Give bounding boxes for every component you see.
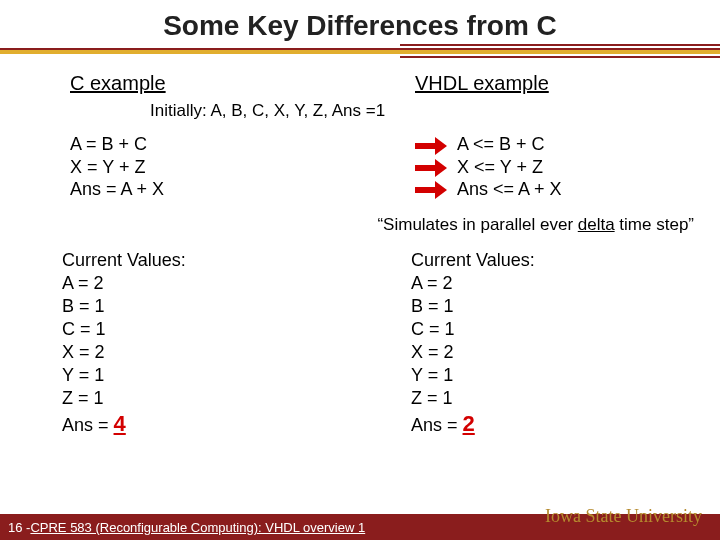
values-row: Current Values: A = 2 B = 1 C = 1 X = 2 … [0, 249, 720, 438]
arrow-icon [415, 135, 449, 157]
title-divider [0, 48, 720, 54]
left-values-lines: A = 2 B = 1 C = 1 X = 2 Y = 1 Z = 1 [62, 272, 371, 410]
left-ans-value: 4 [114, 411, 126, 436]
column-headings: C example VHDL example [0, 72, 720, 99]
right-values-head: Current Values: [411, 249, 720, 272]
footer-university: Iowa State University [545, 506, 702, 527]
c-code-col: A = B + C X = Y + Z Ans = A + X [0, 133, 375, 201]
left-ans-label: Ans = [62, 415, 114, 435]
footer-bar: 16 - CPRE 583 (Reconfigurable Computing)… [0, 514, 720, 540]
arrow-stack [415, 135, 449, 201]
slide-title: Some Key Differences from C [0, 0, 720, 42]
code-row: A = B + C X = Y + Z Ans = A + X A <= B +… [0, 133, 720, 201]
right-values-col: Current Values: A = 2 B = 1 C = 1 X = 2 … [371, 249, 720, 438]
left-values-head: Current Values: [62, 249, 371, 272]
arrow-icon [415, 179, 449, 201]
initial-conditions: Initially: A, B, C, X, Y, Z, Ans =1 [150, 101, 720, 121]
sim-note-prefix: “Simulates in parallel ever [377, 215, 577, 234]
right-col-head: VHDL example [375, 72, 720, 99]
footer-page-number: 16 - [8, 520, 30, 535]
simulation-note: “Simulates in parallel ever delta time s… [0, 215, 720, 235]
right-ans-label: Ans = [411, 415, 463, 435]
sim-note-suffix: time step” [615, 215, 694, 234]
vhdl-example-heading: VHDL example [415, 72, 690, 95]
footer-course: CPRE 583 (Reconfigurable Computing): VHD… [30, 520, 365, 535]
arrow-icon [415, 157, 449, 179]
right-ans-value: 2 [463, 411, 475, 436]
sim-note-delta: delta [578, 215, 615, 234]
c-code-block: A = B + C X = Y + Z Ans = A + X [70, 133, 345, 201]
left-col-head: C example [0, 72, 375, 99]
right-ans-line: Ans = 2 [411, 410, 720, 438]
left-values-col: Current Values: A = 2 B = 1 C = 1 X = 2 … [0, 249, 371, 438]
vhdl-code-col: A <= B + C X <= Y + Z Ans <= A + X [375, 133, 720, 201]
c-example-heading: C example [70, 72, 345, 95]
right-values-lines: A = 2 B = 1 C = 1 X = 2 Y = 1 Z = 1 [411, 272, 720, 410]
left-ans-line: Ans = 4 [62, 410, 371, 438]
vhdl-code-block: A <= B + C X <= Y + Z Ans <= A + X [457, 133, 562, 201]
